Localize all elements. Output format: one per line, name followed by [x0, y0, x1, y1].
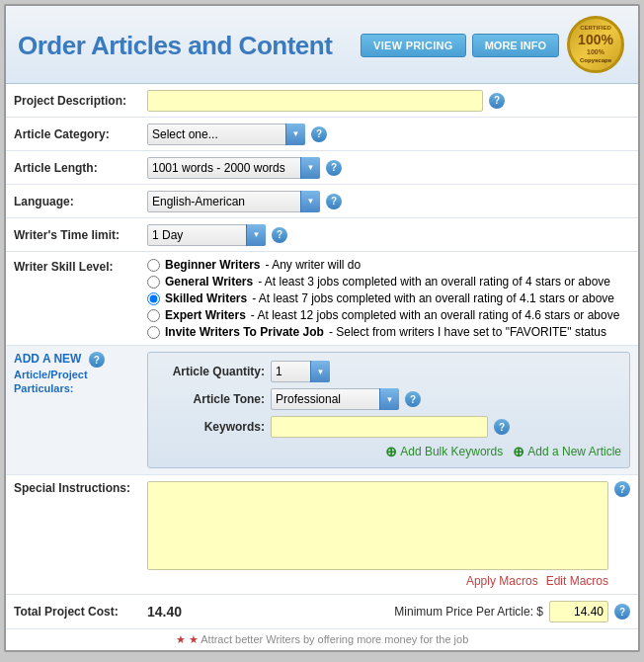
- min-price-label: Minimum Price Per Article: $: [394, 605, 543, 619]
- language-select[interactable]: English-American: [147, 191, 320, 212]
- skill-expert-bold: Expert Writers: [165, 308, 246, 322]
- more-info-button[interactable]: MORE INFO: [472, 34, 559, 57]
- article-project-label: Article/ProjectParticulars:: [14, 368, 141, 396]
- project-description-help[interactable]: ?: [489, 93, 505, 109]
- skill-invite-bold: Invite Writers To Private Job: [165, 325, 324, 339]
- skill-invite: Invite Writers To Private Job - Select f…: [147, 325, 630, 339]
- copyscape-badge: CERTIFIED 100% 100% Copyscape: [567, 16, 626, 75]
- keywords-label: Keywords:: [156, 420, 265, 434]
- writer-skill-row: Writer Skill Level: Beginner Writers - A…: [6, 252, 638, 346]
- skill-beginner: Beginner Writers - Any writer will do: [147, 258, 630, 272]
- language-content: English-American ▼ ?: [147, 191, 630, 212]
- article-length-select-wrapper: 1001 words - 2000 words ▼: [147, 157, 320, 179]
- article-category-label: Article Category:: [14, 127, 147, 141]
- article-length-content: 1001 words - 2000 words ▼ ?: [147, 157, 630, 179]
- footer-row: Total Project Cost: 14.40 Minimum Price …: [6, 595, 638, 629]
- article-tone-label: Article Tone:: [156, 392, 265, 406]
- project-description-content: ?: [147, 90, 630, 112]
- writers-time-select-wrapper: 1 Day ▼: [147, 224, 266, 246]
- badge-percent: 100%: [578, 32, 613, 48]
- attract-row: ★ ★ Attract better Writers by offering m…: [6, 629, 638, 650]
- add-bulk-keywords-link[interactable]: ⊕ Add Bulk Keywords: [385, 444, 503, 459]
- total-cost-label: Total Project Cost:: [14, 605, 147, 619]
- skill-options: Beginner Writers - Any writer will do Ge…: [147, 258, 630, 339]
- article-quantity-select[interactable]: 1: [271, 361, 330, 382]
- skill-skilled: Skilled Writers - At least 7 jobs comple…: [147, 291, 630, 305]
- language-row: Language: English-American ▼ ?: [6, 185, 638, 218]
- skill-beginner-radio[interactable]: [147, 259, 160, 272]
- skill-skilled-radio[interactable]: [147, 292, 160, 305]
- article-category-help[interactable]: ?: [311, 126, 327, 142]
- writer-skill-label: Writer Skill Level:: [14, 258, 147, 274]
- language-label: Language:: [14, 195, 147, 208]
- skill-general-radio[interactable]: [147, 276, 160, 289]
- skill-general-rest: - At least 3 jobs completed with an over…: [258, 275, 610, 289]
- writers-time-select[interactable]: 1 Day: [147, 224, 266, 246]
- page-title: Order Articles and Content: [18, 31, 361, 61]
- special-instructions-help[interactable]: ?: [614, 481, 630, 497]
- bulk-plus-icon: ⊕: [385, 444, 397, 459]
- writers-time-content: 1 Day ▼ ?: [147, 224, 630, 246]
- skill-expert-radio[interactable]: [147, 309, 160, 322]
- article-tone-select-wrapper: Professional ▼: [271, 388, 399, 410]
- attract-text: Attract better Writers by offering more …: [201, 633, 468, 645]
- footer-right: Minimum Price Per Article: $ ?: [394, 601, 630, 622]
- skill-skilled-rest: - At least 7 jobs completed with an over…: [252, 291, 614, 305]
- language-help[interactable]: ?: [326, 194, 342, 209]
- view-pricing-button[interactable]: VIEW PRICING: [361, 34, 466, 57]
- keywords-help[interactable]: ?: [494, 419, 510, 435]
- skill-invite-rest: - Select from writers I have set to "FAV…: [329, 325, 606, 339]
- star-icon-2: ★: [189, 633, 199, 645]
- article-quantity-label: Article Quantity:: [156, 365, 265, 378]
- writers-time-row: Writer's Time limit: 1 Day ▼ ?: [6, 218, 638, 252]
- skill-expert-rest: - At least 12 jobs completed with an ove…: [251, 308, 620, 322]
- macros-row: Apply Macros Edit Macros: [147, 574, 608, 588]
- apply-macros-link[interactable]: Apply Macros: [466, 574, 538, 588]
- writers-time-help[interactable]: ?: [272, 227, 287, 243]
- keywords-input[interactable]: [271, 416, 488, 438]
- particulars-row: ADD A NEW ? Article/ProjectParticulars: …: [6, 346, 638, 475]
- particulars-left: ADD A NEW ? Article/ProjectParticulars:: [14, 352, 147, 396]
- special-instructions-content: Apply Macros Edit Macros: [147, 481, 608, 588]
- badge-circle: CERTIFIED 100% 100% Copyscape: [567, 16, 624, 73]
- edit-macros-link[interactable]: Edit Macros: [546, 574, 608, 588]
- header-buttons: VIEW PRICING MORE INFO: [361, 34, 559, 57]
- min-price-input[interactable]: [549, 601, 608, 622]
- min-price-help[interactable]: ?: [614, 604, 630, 620]
- add-new-article-link[interactable]: ⊕ Add a New Article: [513, 444, 621, 459]
- article-category-row: Article Category: Select one... ▼ ?: [6, 118, 638, 151]
- form-body: Project Description: ? Article Category:…: [6, 84, 638, 650]
- skill-invite-radio[interactable]: [147, 326, 160, 339]
- article-quantity-row: Article Quantity: 1 ▼: [156, 361, 621, 382]
- new-article-plus-icon: ⊕: [513, 444, 524, 459]
- article-length-help[interactable]: ?: [326, 160, 342, 176]
- article-length-label: Article Length:: [14, 161, 147, 175]
- badge-verified: 100%: [587, 48, 604, 56]
- writers-time-label: Writer's Time limit:: [14, 228, 147, 242]
- keywords-row: Keywords: ?: [156, 416, 621, 438]
- total-cost-value: 14.40: [147, 604, 182, 620]
- article-length-row: Article Length: 1001 words - 2000 words …: [6, 151, 638, 185]
- project-description-input[interactable]: [147, 90, 483, 112]
- article-category-select[interactable]: Select one...: [147, 124, 305, 145]
- star-icon-1: ★: [176, 633, 186, 645]
- special-instructions-label: Special Instructions:: [14, 481, 147, 495]
- particulars-help[interactable]: ?: [89, 352, 105, 368]
- special-instructions-textarea[interactable]: [147, 481, 608, 570]
- article-tone-row: Article Tone: Professional ▼ ?: [156, 388, 621, 410]
- add-new-link[interactable]: ADD A NEW: [14, 352, 85, 366]
- language-select-wrapper: English-American ▼: [147, 191, 320, 212]
- article-tone-help[interactable]: ?: [405, 391, 421, 407]
- skill-expert: Expert Writers - At least 12 jobs comple…: [147, 308, 630, 322]
- badge-copyscape: Copyscape: [580, 57, 611, 64]
- header: Order Articles and Content VIEW PRICING …: [6, 6, 638, 84]
- article-quantity-select-wrapper: 1 ▼: [271, 361, 330, 382]
- article-tone-select[interactable]: Professional: [271, 388, 399, 410]
- skill-general-bold: General Writers: [165, 275, 253, 289]
- project-description-row: Project Description: ?: [6, 84, 638, 118]
- particulars-box: Article Quantity: 1 ▼ Article Tone: Prof…: [147, 352, 630, 468]
- special-instructions-row: Special Instructions: Apply Macros Edit …: [6, 475, 638, 595]
- article-length-select[interactable]: 1001 words - 2000 words: [147, 157, 320, 179]
- skill-beginner-bold: Beginner Writers: [165, 258, 260, 272]
- article-category-content: Select one... ▼ ?: [147, 124, 630, 145]
